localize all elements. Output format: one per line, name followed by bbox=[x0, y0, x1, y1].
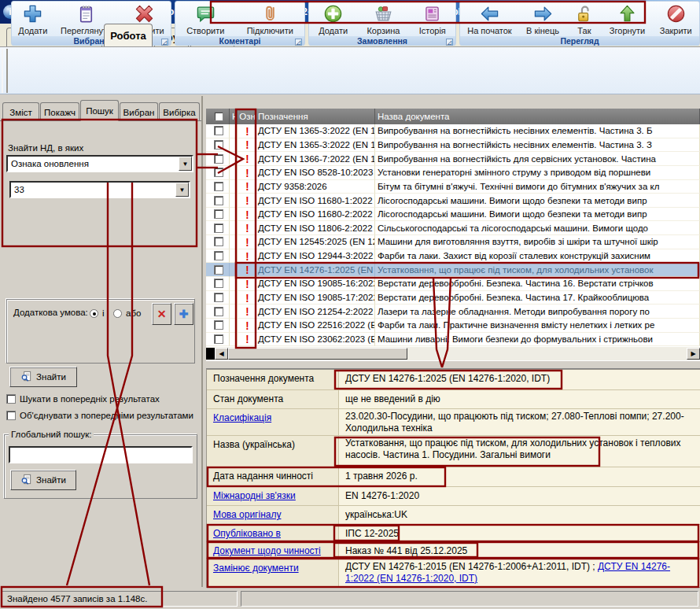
go-last-button[interactable]: В кінець bbox=[524, 2, 562, 36]
checkbox-merge-previous[interactable]: Об'єднувати з попередніми результатами bbox=[6, 411, 203, 420]
comment-create-button[interactable]: Створити bbox=[184, 2, 227, 36]
table-row[interactable]: !ДСТУ EN ISO 22516:2022 (EN ISФарби та л… bbox=[206, 319, 700, 333]
update-flag-icon: ! bbox=[245, 333, 249, 346]
column-header-ozn[interactable]: Озн bbox=[238, 109, 256, 124]
update-flag-icon: ! bbox=[245, 263, 249, 276]
row-checkbox[interactable] bbox=[214, 265, 223, 275]
dialog-launcher-icon[interactable]: ◿ bbox=[446, 39, 453, 46]
row-checkbox[interactable] bbox=[214, 140, 223, 149]
favorites-add-button[interactable]: Додати bbox=[16, 2, 50, 36]
replaces-documents-link[interactable]: Замінює документи bbox=[213, 563, 299, 574]
table-row[interactable]: !ДСТУ EN ISO 11680-2:2022 (ENЛісогоспода… bbox=[206, 208, 700, 222]
row-checkbox[interactable] bbox=[214, 307, 223, 316]
table-row[interactable]: !ДСТУ EN ISO 19085-17:2022 (ENВерстати д… bbox=[206, 291, 700, 305]
column-header-nazva[interactable]: Назва документа bbox=[375, 109, 700, 124]
table-row[interactable]: !ДСТУ EN 1365-3:2022 (EN 1365-Випробуван… bbox=[206, 138, 700, 153]
table-row[interactable]: !ДСТУ EN 1366-7:2022 (EN 1366-Випробуван… bbox=[206, 152, 700, 166]
table-row[interactable]: !ДСТУ EN ISO 23062:2023 (EN ISМашини лив… bbox=[206, 333, 700, 347]
arrow-right-icon bbox=[532, 3, 554, 26]
table-row[interactable]: !ДСТУ 9358:2026Бітум та бітумні в'яжучі.… bbox=[206, 180, 700, 194]
classification-value: 23.020.30-Посудини, що працюють під тиск… bbox=[339, 409, 700, 435]
detail-row: Класифікація23.020.30-Посудини, що працю… bbox=[207, 409, 700, 436]
table-row[interactable]: !ДСТУ EN ISO 21254-2:2022 (ENЛазери та л… bbox=[206, 304, 700, 319]
panel-tab-vybran[interactable]: Вибран bbox=[120, 102, 158, 121]
column-header-n[interactable]: Н bbox=[230, 109, 238, 124]
group-caption-komentari: Коментарі bbox=[219, 36, 261, 46]
original-language-link[interactable]: Мова оригіналу bbox=[213, 509, 281, 520]
go-first-button[interactable]: На початок bbox=[465, 2, 514, 36]
dialog-launcher-icon[interactable]: ◿ bbox=[295, 39, 302, 46]
classification-link[interactable]: Класифікація bbox=[213, 412, 271, 423]
validity-document-link[interactable]: Документ щодо чинності bbox=[213, 545, 321, 556]
scroll-left-icon[interactable]: ◀ bbox=[215, 348, 228, 360]
panel-tab-vybirka[interactable]: Вибірка bbox=[159, 102, 200, 121]
basket-icon bbox=[373, 3, 394, 26]
table-row-selected[interactable]: !ДСТУ EN 14276-1:2025 (EN 142Устаткованн… bbox=[206, 263, 700, 277]
application-window: i Стандарти, що діють на території Украї… bbox=[0, 0, 700, 609]
panel-tab-pokazhch[interactable]: Покажч bbox=[40, 102, 79, 121]
row-checkbox[interactable] bbox=[214, 251, 223, 260]
panel-splitter[interactable] bbox=[206, 360, 700, 369]
order-history-button[interactable]: Історія bbox=[417, 2, 448, 36]
row-checkbox[interactable] bbox=[214, 168, 223, 177]
international-relations-link[interactable]: Міжнародні зв'язки bbox=[213, 490, 296, 501]
row-checkbox[interactable] bbox=[214, 154, 223, 164]
select-all-header-cell[interactable] bbox=[206, 109, 230, 124]
comment-attach-button[interactable]: Підключити bbox=[245, 2, 296, 36]
search-doc-icon bbox=[20, 371, 32, 384]
condition-add-button[interactable]: ✚ bbox=[174, 303, 193, 325]
panel-tab-poshuk-active[interactable]: Пошук bbox=[80, 100, 119, 121]
scroll-right-icon[interactable]: ▶ bbox=[687, 348, 700, 360]
published-in-link[interactable]: Опубліковано в bbox=[213, 528, 281, 539]
panel-tab-zmist[interactable]: Зміст bbox=[2, 102, 39, 121]
table-row[interactable]: !ДСТУ EN ISO 19085-16:2022 (ENВерстати д… bbox=[206, 277, 700, 291]
radio-or[interactable]: або bbox=[113, 308, 151, 318]
condition-delete-button[interactable]: ✕ bbox=[152, 303, 171, 325]
order-basket-button[interactable]: Корзина bbox=[364, 2, 402, 36]
row-checkbox[interactable] bbox=[214, 209, 223, 219]
chevron-down-icon[interactable]: ▼ bbox=[179, 157, 192, 171]
checkbox-search-previous[interactable]: Шукати в попередніх результатах bbox=[6, 394, 203, 404]
row-checkbox[interactable] bbox=[214, 223, 223, 233]
row-checkbox[interactable] bbox=[214, 320, 223, 330]
update-flag-icon: ! bbox=[245, 194, 249, 207]
table-row[interactable]: !ДСТУ EN ISO 12944-3:2022 (ENФарби та ла… bbox=[206, 249, 700, 264]
row-checkbox[interactable] bbox=[214, 279, 223, 288]
chevron-down-icon[interactable]: ▼ bbox=[175, 183, 189, 197]
tab-robota-active[interactable]: Робота bbox=[104, 24, 153, 46]
paperclip-icon bbox=[260, 3, 281, 26]
row-checkbox[interactable] bbox=[214, 126, 223, 135]
global-find-button[interactable]: Знайти bbox=[10, 470, 76, 490]
group-caption-perehliad: Перегляд bbox=[560, 36, 599, 46]
horizontal-scrollbar[interactable]: ◀ ▶ bbox=[206, 347, 700, 360]
radio-selected-icon bbox=[90, 309, 98, 318]
order-add-button[interactable]: Додати bbox=[316, 2, 350, 36]
row-checkbox[interactable] bbox=[214, 334, 223, 344]
search-field-dropdown[interactable]: Ознака оновлення ▼ bbox=[6, 155, 193, 172]
table-row[interactable]: !ДСТУ EN 1365-3:2022 (EN 1365-Випробуван… bbox=[206, 124, 700, 138]
table-row[interactable]: !ДСТУ EN 12545:2025 (EN 12545Машини для … bbox=[206, 235, 700, 249]
column-header-poznachennia[interactable]: Позначення bbox=[256, 109, 375, 124]
update-flag-icon: ! bbox=[245, 304, 249, 318]
red-x-icon bbox=[134, 3, 155, 26]
doc-state-value: ще не введений в дію bbox=[339, 390, 700, 408]
row-checkbox[interactable] bbox=[214, 196, 223, 205]
close-button[interactable]: Закрити bbox=[658, 2, 694, 36]
dialog-launcher-icon[interactable]: ◿ bbox=[161, 39, 168, 46]
search-value-dropdown[interactable]: 33 ▼ bbox=[9, 181, 190, 198]
row-checkbox[interactable] bbox=[214, 237, 223, 246]
table-row[interactable]: !ДСТУ EN ISO 8528-10:2023 (ENУстановки г… bbox=[206, 166, 700, 180]
find-button[interactable]: Знайти bbox=[9, 367, 77, 387]
international-relations-value: EN 14276-1:2020 bbox=[339, 487, 700, 505]
global-search-input[interactable] bbox=[9, 446, 193, 463]
row-checkbox[interactable] bbox=[214, 182, 223, 191]
ribbon-group-komentari: Створити Підключити Коментарі◿ bbox=[175, 1, 305, 46]
table-row[interactable]: !ДСТУ EN ISO 11806-2:2022 (ENСільськогос… bbox=[206, 221, 700, 235]
lock-toggle-button[interactable]: Так bbox=[571, 2, 597, 36]
radio-icon bbox=[113, 309, 122, 318]
row-checkbox[interactable] bbox=[214, 293, 223, 302]
table-row[interactable]: !ДСТУ EN ISO 11680-1:2022 (ENЛісогоспода… bbox=[206, 194, 700, 208]
search-tab-body: Знайти НД, в яких Ознака оновлення ▼ 33 … bbox=[0, 120, 201, 587]
collapse-button[interactable]: Згорнути bbox=[607, 2, 647, 36]
scrollbar-thumb[interactable] bbox=[228, 348, 407, 360]
